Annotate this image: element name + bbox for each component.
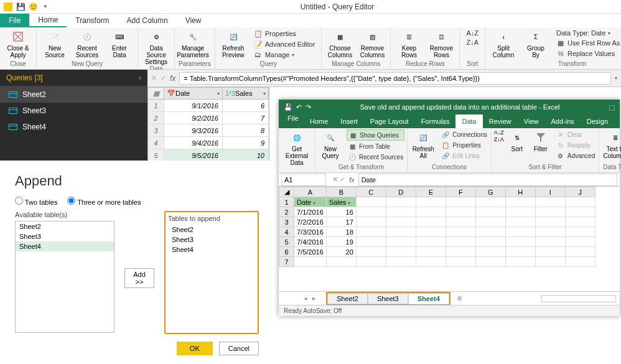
recent-sources-button[interactable]: 🕘Recent Sources — [73, 29, 101, 58]
cell[interactable] — [535, 247, 565, 257]
table-icon[interactable]: ▦ — [148, 88, 164, 99]
cell[interactable] — [475, 227, 505, 237]
use-first-row-button[interactable]: ▦Use First Row As Headers ▾ — [554, 38, 621, 48]
advanced-button[interactable]: ⚙Advanced — [555, 151, 596, 161]
cell[interactable] — [535, 207, 565, 217]
select-all-cell[interactable]: ◢ — [279, 187, 294, 197]
radio-three-or-more[interactable]: Three or more tables — [67, 197, 141, 206]
sheet-tab-sheet2[interactable]: Sheet2 — [327, 293, 368, 304]
column-header-sales[interactable]: 1²3 Sales ▾ — [223, 88, 269, 99]
cell[interactable] — [475, 257, 505, 267]
cell[interactable] — [386, 227, 416, 237]
cell[interactable] — [505, 247, 535, 257]
cell[interactable] — [446, 257, 475, 267]
cell[interactable] — [386, 217, 416, 227]
row-header[interactable]: 1 — [279, 197, 294, 207]
column-header[interactable]: A — [294, 187, 327, 197]
list-item[interactable]: Sheet3 — [16, 231, 114, 241]
cell[interactable] — [475, 207, 505, 217]
column-header[interactable]: I — [535, 187, 565, 197]
cell[interactable] — [386, 207, 416, 217]
cell[interactable] — [446, 217, 475, 227]
cell[interactable] — [416, 227, 446, 237]
cell[interactable] — [505, 207, 535, 217]
excel-recent-sources-button[interactable]: 🕘Recent Sources — [347, 152, 404, 162]
excel-properties-button[interactable]: 📋Properties — [440, 140, 488, 150]
row-header[interactable]: 5 — [279, 237, 294, 247]
cell[interactable]: 17 — [326, 217, 356, 227]
fx-icon[interactable]: fx — [170, 74, 175, 83]
cell[interactable] — [446, 247, 475, 257]
table-row[interactable]: 29/2/20167 — [147, 112, 269, 124]
column-header[interactable]: J — [565, 187, 595, 197]
text-to-columns-button[interactable]: ≣Text to Columns — [602, 129, 621, 159]
table-header-cell[interactable]: Sales ▾ — [326, 197, 356, 207]
row-header[interactable]: 3 — [279, 217, 294, 227]
cell[interactable] — [505, 217, 535, 227]
queries-panel-header[interactable]: Queries [3] ‹ — [0, 70, 147, 86]
cell[interactable] — [475, 217, 505, 227]
sheet-tab-sheet3[interactable]: Sheet3 — [368, 293, 408, 304]
save-icon[interactable]: 💾 — [15, 1, 26, 12]
cell[interactable]: 18 — [326, 227, 356, 237]
cell[interactable] — [535, 237, 565, 247]
keep-rows-button[interactable]: ☰Keep Rows — [395, 29, 423, 58]
available-listbox[interactable]: Sheet2 Sheet3 Sheet4 — [15, 221, 114, 333]
cell[interactable] — [475, 237, 505, 247]
ribbon-options-icon[interactable]: ⬚ — [609, 103, 615, 111]
cell[interactable] — [386, 237, 416, 247]
enter-data-button[interactable]: ⌨Enter Data — [105, 29, 134, 58]
sheet-tab-sheet4[interactable]: Sheet4 — [408, 293, 449, 304]
list-item[interactable]: Sheet4 — [168, 245, 255, 254]
worksheet[interactable]: ◢ABCDEFGHIJ1Date ▾Sales ▾27/1/20161637/2… — [279, 187, 620, 291]
list-item[interactable]: Sheet4 — [16, 241, 114, 251]
formula-cancel-icon[interactable]: ✕ — [151, 74, 157, 82]
formula-commit-icon[interactable]: ✓ — [161, 74, 166, 82]
sort-button[interactable]: ⇅Sort — [508, 129, 526, 152]
formula-expand-icon[interactable]: ▾ — [615, 75, 617, 81]
sheet-nav-next-icon[interactable]: ▸ — [312, 294, 316, 302]
cell[interactable]: 7/2/2016 — [294, 217, 327, 227]
formula-input[interactable] — [179, 72, 611, 85]
cell[interactable]: 7/1/2016 — [294, 207, 327, 217]
ok-button[interactable]: OK — [177, 342, 213, 355]
replace-values-button[interactable]: ½Replace Values — [554, 49, 621, 58]
row-header[interactable]: 4 — [279, 227, 294, 237]
cell[interactable] — [565, 247, 595, 257]
excel-tab-addins[interactable]: Add-ins — [544, 114, 580, 128]
cell[interactable] — [565, 257, 595, 267]
query-item-sheet2[interactable]: Sheet2 — [0, 86, 147, 103]
tab-add-column[interactable]: Add Column — [118, 14, 177, 27]
column-header[interactable]: C — [356, 187, 386, 197]
column-header[interactable]: G — [475, 187, 505, 197]
excel-tab-review[interactable]: Review — [483, 114, 518, 128]
table-row[interactable]: 49/4/20169 — [147, 137, 269, 149]
column-header[interactable]: F — [446, 187, 475, 197]
cell[interactable] — [565, 207, 595, 217]
filter-button[interactable]: Filter — [530, 129, 551, 152]
row-header[interactable]: 7 — [279, 257, 294, 267]
file-tab[interactable]: File — [0, 14, 29, 27]
row-header[interactable]: 2 — [279, 207, 294, 217]
cell[interactable] — [356, 217, 386, 227]
sort-asc-button[interactable]: A↓Z — [464, 29, 481, 37]
cell[interactable]: 7/3/2016 — [294, 227, 327, 237]
cell[interactable] — [416, 237, 446, 247]
cancel-button[interactable]: Cancel — [219, 342, 259, 355]
name-box[interactable] — [281, 174, 326, 186]
cell[interactable] — [356, 227, 386, 237]
cell[interactable]: 19 — [326, 237, 356, 247]
remove-columns-button[interactable]: ▨Remove Columns — [358, 29, 386, 58]
excel-tab-formulas[interactable]: Formulas — [415, 114, 456, 128]
cell[interactable] — [446, 207, 475, 217]
split-column-button[interactable]: ⫞Split Column — [489, 29, 518, 58]
list-item[interactable]: Sheet2 — [168, 225, 255, 235]
choose-columns-button[interactable]: ▦Choose Columns — [325, 29, 354, 58]
cell[interactable] — [356, 207, 386, 217]
new-query-button[interactable]: 🔍New Query — [318, 129, 343, 159]
excel-tab-design[interactable]: Design — [581, 114, 614, 128]
cell[interactable]: 20 — [326, 247, 356, 257]
properties-button[interactable]: 📋Properties — [251, 29, 318, 39]
cell[interactable] — [386, 257, 416, 267]
query-item-sheet4[interactable]: Sheet4 — [0, 119, 147, 135]
